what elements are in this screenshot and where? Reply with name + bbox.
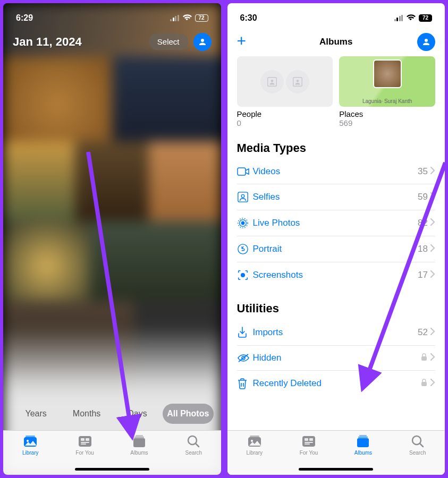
svg-rect-37 — [305, 443, 310, 445]
svg-point-20 — [241, 194, 244, 198]
chevron-right-icon — [430, 192, 435, 202]
row-live-photos[interactable]: Live Photos82 — [237, 210, 436, 236]
tab-library[interactable]: Library — [227, 434, 282, 475]
svg-line-42 — [420, 443, 423, 447]
places-count: 569 — [339, 118, 435, 127]
svg-point-2 — [27, 440, 29, 442]
tab-search[interactable]: Search — [166, 434, 221, 475]
chevron-right-icon — [430, 270, 435, 280]
places-album[interactable]: Lagunia· Suraj Kanth Places 569 — [339, 56, 435, 127]
wifi-icon — [406, 14, 416, 22]
svg-point-24 — [238, 244, 247, 254]
svg-rect-19 — [238, 192, 247, 202]
svg-rect-39 — [358, 437, 368, 438]
svg-point-15 — [271, 79, 274, 82]
segment-years[interactable]: Years — [11, 404, 61, 424]
row-videos[interactable]: Videos35 — [237, 159, 436, 184]
svg-rect-10 — [136, 435, 143, 437]
svg-rect-1 — [26, 436, 35, 437]
svg-point-25 — [241, 274, 244, 277]
chevron-right-icon — [430, 218, 435, 228]
home-indicator[interactable] — [75, 468, 149, 471]
svg-line-27 — [239, 354, 248, 362]
selfie-icon — [237, 191, 253, 203]
albums-title: Albums — [319, 37, 352, 47]
row-hidden[interactable]: Hidden — [237, 346, 436, 371]
svg-point-17 — [297, 79, 299, 82]
chevron-right-icon — [430, 353, 435, 363]
svg-rect-38 — [357, 438, 369, 447]
account-button[interactable] — [417, 33, 435, 51]
status-time: 6:30 — [240, 13, 257, 23]
svg-rect-36 — [305, 442, 313, 443]
segment-all-photos[interactable]: All Photos — [163, 404, 213, 424]
albums-screen: 6:30 72 + Albums People 0 — [227, 3, 445, 475]
albums-header: + Albums — [227, 27, 445, 56]
select-button[interactable]: Select — [149, 33, 188, 50]
status-bar: 6:29 72 — [3, 3, 221, 27]
library-header: Jan 11, 2024 Select — [3, 27, 221, 56]
svg-rect-40 — [359, 435, 367, 437]
live-icon — [237, 217, 253, 229]
people-album[interactable]: People 0 — [237, 56, 333, 127]
segment-months[interactable]: Months — [61, 404, 112, 424]
tab-search[interactable]: Search — [391, 434, 445, 475]
svg-rect-31 — [250, 436, 259, 437]
svg-rect-7 — [81, 443, 86, 445]
row-selfies[interactable]: Selfies59 — [237, 184, 436, 210]
svg-rect-33 — [302, 436, 315, 447]
chevron-right-icon — [430, 166, 435, 177]
cellular-icon — [170, 15, 179, 21]
chevron-right-icon — [430, 327, 435, 338]
row-screenshots[interactable]: Screenshots17 — [237, 262, 436, 288]
add-album-button[interactable]: + — [237, 33, 247, 51]
status-time: 6:29 — [16, 13, 33, 23]
video-icon — [237, 166, 253, 177]
row-imports[interactable]: Imports52 — [237, 320, 436, 346]
svg-rect-34 — [305, 438, 308, 441]
chevron-right-icon — [430, 244, 435, 254]
svg-line-12 — [196, 443, 199, 447]
svg-rect-35 — [309, 438, 313, 441]
hidden-icon — [237, 353, 253, 363]
chevron-right-icon — [430, 378, 435, 389]
portrait-icon — [237, 243, 253, 255]
import-icon — [237, 327, 253, 338]
svg-point-21 — [241, 221, 244, 225]
utilities-header: Utilities — [237, 302, 436, 315]
svg-rect-4 — [81, 438, 84, 441]
svg-rect-29 — [421, 382, 427, 386]
svg-rect-8 — [133, 438, 145, 447]
wifi-icon — [182, 14, 192, 22]
battery-icon: 72 — [419, 14, 432, 22]
svg-rect-5 — [86, 438, 89, 441]
account-button[interactable] — [193, 33, 212, 51]
library-date: Jan 11, 2024 — [13, 35, 82, 49]
segment-days[interactable]: Days — [112, 404, 163, 424]
cellular-icon — [394, 15, 403, 21]
svg-rect-6 — [81, 442, 89, 443]
row-recently-deleted[interactable]: Recently Deleted — [237, 371, 436, 396]
lock-icon — [420, 378, 428, 389]
svg-point-32 — [251, 440, 253, 442]
svg-rect-18 — [238, 168, 246, 175]
places-label: Places — [339, 109, 435, 118]
status-bar: 6:30 72 — [227, 3, 445, 27]
svg-rect-9 — [134, 437, 144, 438]
svg-rect-3 — [79, 436, 91, 447]
view-filter: YearsMonthsDaysAll Photos — [3, 403, 221, 430]
media-types-header: Media Types — [237, 141, 436, 155]
library-screen: 6:29 72 Jan 11, 2024 Select YearsMonthsD… — [3, 3, 221, 475]
home-indicator[interactable] — [299, 468, 373, 471]
tab-library[interactable]: Library — [3, 434, 57, 475]
trash-icon — [237, 378, 253, 389]
lock-icon — [420, 353, 428, 363]
people-label: People — [237, 109, 333, 118]
row-portrait[interactable]: Portrait18 — [237, 236, 436, 262]
battery-icon: 72 — [195, 14, 208, 22]
svg-rect-28 — [421, 356, 427, 361]
screenshot-icon — [237, 269, 253, 281]
people-count: 0 — [237, 118, 333, 127]
